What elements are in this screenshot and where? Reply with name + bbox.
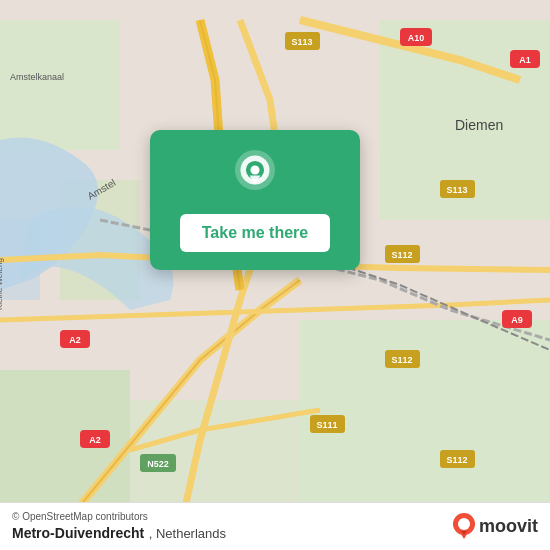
svg-rect-1 xyxy=(0,20,120,150)
svg-point-42 xyxy=(458,518,470,530)
svg-text:A1: A1 xyxy=(519,55,531,65)
moovit-logo: moovit xyxy=(453,513,538,541)
location-name: Metro-Duivendrecht xyxy=(12,525,144,541)
svg-text:A10: A10 xyxy=(408,33,425,43)
location-country: , Netherlands xyxy=(149,526,226,541)
map-attribution: © OpenStreetMap contributors xyxy=(12,511,226,522)
svg-text:A2: A2 xyxy=(89,435,101,445)
map-container: A10 A1 S113 S112 S112 S113 S111 S112 A2 … xyxy=(0,0,550,550)
svg-text:S112: S112 xyxy=(391,355,412,365)
location-info: Metro-Duivendrecht , Netherlands xyxy=(12,524,226,542)
svg-text:A9: A9 xyxy=(511,315,523,325)
svg-text:S113: S113 xyxy=(291,37,312,47)
map-background: A10 A1 S113 S112 S112 S113 S111 S112 A2 … xyxy=(0,0,550,550)
take-me-there-button[interactable]: Take me there xyxy=(180,214,330,252)
svg-text:S113: S113 xyxy=(446,185,467,195)
map-pin-icon xyxy=(230,150,280,200)
svg-text:Kleine Weterig: Kleine Weterig xyxy=(0,258,4,310)
svg-point-39 xyxy=(250,165,259,174)
svg-text:S111: S111 xyxy=(316,420,337,430)
svg-text:Diemen: Diemen xyxy=(455,117,503,133)
moovit-pin-icon xyxy=(453,513,475,541)
svg-text:N522: N522 xyxy=(147,459,169,469)
location-card: Take me there xyxy=(150,130,360,270)
svg-text:S112: S112 xyxy=(391,250,412,260)
svg-text:Amstelkanaal: Amstelkanaal xyxy=(10,72,64,82)
moovit-brand-text: moovit xyxy=(479,516,538,537)
svg-text:A2: A2 xyxy=(69,335,81,345)
svg-text:S112: S112 xyxy=(446,455,467,465)
bottom-left-info: © OpenStreetMap contributors Metro-Duive… xyxy=(12,511,226,542)
bottom-bar: © OpenStreetMap contributors Metro-Duive… xyxy=(0,502,550,550)
